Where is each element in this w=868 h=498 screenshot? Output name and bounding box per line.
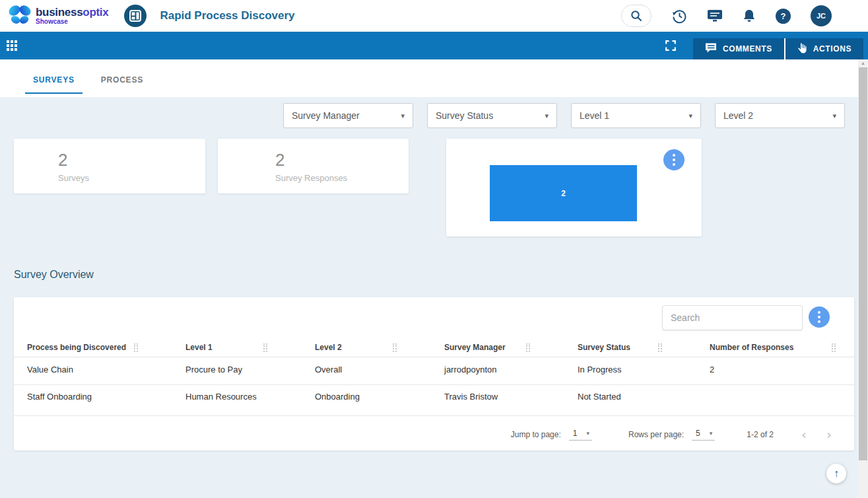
search-icon[interactable] (621, 5, 651, 27)
actions-button[interactable]: ACTIONS (785, 38, 863, 59)
column-drag-handle-icon[interactable] (526, 343, 530, 352)
rows-per-page-value: 5 (696, 429, 700, 438)
table-row[interactable]: Value Chain Procure to Pay Overall jarro… (14, 358, 854, 385)
column-header-label: Survey Status (578, 343, 630, 352)
column-header-label: Survey Manager (444, 343, 506, 352)
filter-level-2[interactable]: Level 2 ▾ (715, 103, 845, 128)
pointer-hand-icon (797, 42, 807, 55)
help-icon[interactable]: ? (776, 9, 791, 24)
column-header-label: Number of Responses (710, 343, 793, 352)
chevron-down-icon: ▾ (401, 112, 405, 120)
tabs-strip: SURVEYS PROCESS (0, 59, 868, 97)
next-page-icon[interactable]: › (826, 428, 832, 441)
header-icon-bar: ? JC (621, 5, 868, 27)
column-header-level2[interactable]: Level 2 (315, 343, 444, 352)
tab-process[interactable]: PROCESS (93, 70, 151, 94)
chevron-down-icon: ▾ (688, 112, 692, 120)
chevron-down-icon: ▾ (710, 430, 713, 437)
cell-survey-manager: jarrodpoynton (444, 365, 578, 374)
surveys-count: 2 (58, 151, 205, 170)
column-header-survey-manager[interactable]: Survey Manager (444, 343, 578, 352)
survey-overview-table-card: Process being Discovered Level 1 Level 2… (14, 297, 854, 450)
filter-level-1[interactable]: Level 1 ▾ (571, 103, 701, 128)
cell-number-of-responses: 2 (710, 365, 841, 374)
jump-to-page-select[interactable]: 1 ▾ (569, 429, 592, 441)
survey-responses-count-label: Survey Responses (275, 173, 409, 183)
apps-grid-icon[interactable] (7, 40, 17, 53)
column-header-label: Process being Discovered (27, 343, 126, 352)
pagination-range: 1-2 of 2 (747, 430, 774, 439)
comments-button-label: COMMENTS (723, 44, 772, 53)
cell-survey-manager: Travis Bristow (444, 392, 578, 402)
column-header-survey-status[interactable]: Survey Status (578, 343, 710, 352)
table-menu-kebab-icon[interactable] (809, 306, 830, 328)
chevron-down-icon: ▾ (545, 112, 549, 120)
tab-surveys[interactable]: SURVEYS (25, 70, 83, 94)
table-header-row: Process being Discovered Level 1 Level 2… (14, 338, 854, 357)
column-header-label: Level 1 (185, 343, 213, 352)
survey-status-chart-card: 2 (446, 139, 702, 236)
table-pagination: Jump to page: 1 ▾ Rows per page: 5 ▾ 1-2… (14, 428, 854, 441)
page-title: Rapid Process Discovery (160, 9, 294, 22)
brand-secondary-text: optix (83, 6, 108, 18)
whats-new-panel-icon[interactable] (707, 9, 723, 23)
rows-per-page-label: Rows per page: (628, 430, 684, 439)
cell-level1: Procure to Pay (185, 365, 315, 374)
chart-menu-kebab-icon[interactable] (663, 149, 684, 170)
surveys-stat-card: 2 Surveys (14, 139, 205, 194)
app-header: businessoptix Showcase Rapid Process Dis… (0, 0, 868, 32)
jump-to-page-label: Jump to page: (511, 430, 561, 439)
filter-level-2-label: Level 2 (723, 110, 753, 121)
filter-level-1-label: Level 1 (580, 110, 609, 121)
filter-survey-manager-label: Survey Manager (292, 110, 360, 121)
cell-level1: Human Resources (185, 392, 315, 402)
businessoptix-logo[interactable]: businessoptix Showcase (8, 3, 108, 29)
column-header-process[interactable]: Process being Discovered (27, 343, 185, 352)
fullscreen-icon[interactable] (665, 40, 676, 53)
notifications-bell-icon[interactable] (743, 9, 756, 23)
column-header-number-of-responses[interactable]: Number of Responses (710, 343, 841, 352)
main-content: SURVEYS PROCESS Survey Manager ▾ Survey … (0, 59, 868, 498)
column-drag-handle-icon[interactable] (658, 343, 662, 352)
chart-bar-segment[interactable]: 2 (490, 165, 637, 221)
survey-responses-count: 2 (275, 151, 409, 170)
filter-survey-status-label: Survey Status (436, 110, 493, 121)
column-drag-handle-icon[interactable] (134, 343, 138, 352)
scroll-to-top-button[interactable]: ↑ (826, 464, 846, 483)
rows-per-page-select[interactable]: 5 ▾ (692, 429, 715, 441)
history-icon[interactable] (671, 8, 687, 24)
app-launcher-circle-icon[interactable] (124, 5, 147, 27)
brand-wordmark: businessoptix Showcase (36, 7, 108, 25)
column-drag-handle-icon[interactable] (263, 343, 267, 352)
comments-icon (705, 42, 717, 55)
column-drag-handle-icon[interactable] (832, 343, 836, 352)
column-drag-handle-icon[interactable] (393, 343, 397, 352)
avatar[interactable]: JC (811, 5, 832, 26)
cell-level2: Overall (315, 365, 444, 374)
filter-survey-status[interactable]: Survey Status ▾ (427, 103, 557, 128)
column-header-level1[interactable]: Level 1 (185, 343, 315, 352)
actions-button-label: ACTIONS (813, 44, 851, 53)
table-row[interactable]: Staff Onboarding Human Resources Onboard… (14, 385, 854, 416)
filter-survey-manager[interactable]: Survey Manager ▾ (283, 103, 413, 128)
comments-button[interactable]: COMMENTS (693, 38, 784, 59)
survey-responses-stat-card: 2 Survey Responses (218, 139, 409, 194)
blue-toolbar: COMMENTS ACTIONS (0, 32, 868, 59)
column-header-label: Level 2 (315, 343, 342, 352)
chevron-down-icon: ▾ (832, 112, 836, 120)
tab-bar: SURVEYS PROCESS (25, 70, 162, 94)
section-title: Survey Overview (14, 269, 94, 281)
brand-subtitle: Showcase (36, 18, 108, 25)
butterfly-logo-icon (8, 3, 32, 29)
cell-process: Value Chain (27, 365, 185, 374)
cell-survey-status: In Progress (578, 365, 710, 374)
toolbar-right-group: COMMENTS ACTIONS (665, 38, 868, 59)
cell-survey-status: Not Started (578, 392, 710, 402)
scrollbar-thumb[interactable] (859, 67, 867, 460)
scrollbar-up-arrow-icon[interactable]: ▲ (858, 59, 868, 65)
vertical-scrollbar[interactable]: ▲ (858, 59, 868, 498)
previous-page-icon[interactable]: ‹ (801, 428, 807, 441)
jump-to-page-value: 1 (573, 429, 578, 438)
search-input[interactable] (662, 305, 803, 330)
brand-primary-text: business (36, 6, 83, 18)
